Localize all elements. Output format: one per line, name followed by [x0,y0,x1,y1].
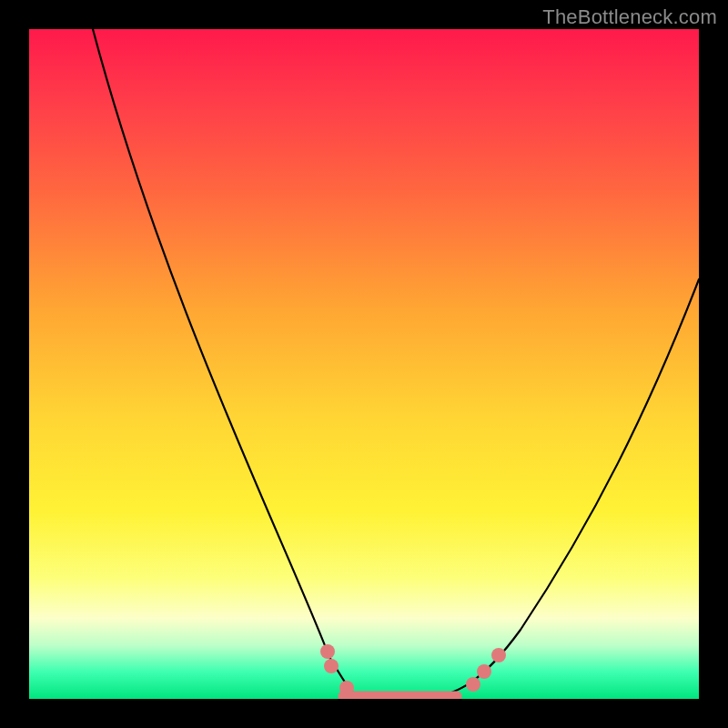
marker-4 [477,664,491,679]
series-group [93,29,699,699]
watermark-text: TheBottleneck.com [542,5,717,29]
marker-2 [339,681,354,695]
marker-3 [466,677,480,692]
plot-area [29,29,699,699]
marker-0 [320,644,335,659]
marker-1 [324,659,339,673]
marker-5 [491,648,506,662]
marker-group [320,644,506,695]
chart-frame: TheBottleneck.com [0,0,728,728]
series-right-arm [420,279,699,698]
series-left-arm [93,29,389,699]
chart-svg [29,29,699,699]
